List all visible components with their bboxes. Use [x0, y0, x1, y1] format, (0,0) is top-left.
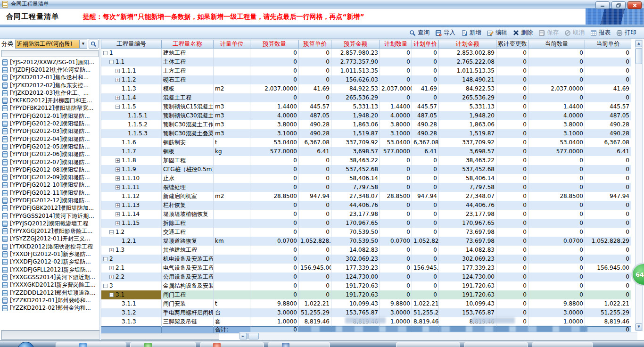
table-row[interactable]: 1.2.1堤顶道路恢复km0.07001,052,828.2970,539.50…	[101, 237, 631, 246]
taskbar-button[interactable]	[268, 342, 330, 347]
collapse-icon[interactable]: −	[103, 257, 107, 261]
table-row[interactable]: +1.1.11裂缝处理007,797.58007,797.58000	[101, 183, 631, 192]
list-item[interactable]: [YJZKD2012-02]焦作东安控...	[1, 82, 99, 89]
list-item[interactable]: [YXXXGKD2012]新乡曹岗险工...	[1, 281, 99, 289]
table-row[interactable]: +1.1.14堤顶堤坡植物恢复0023,177.980023,177.98000	[101, 210, 631, 219]
expand-icon[interactable]: +	[116, 158, 120, 163]
table-row[interactable]: +1.1.1土方工程001,011,513.35001,011,513.3500…	[101, 66, 631, 75]
table-row[interactable]: 3.1.2手电两用螺杆启闭机台3.000051,255.29153,765.87…	[101, 308, 631, 317]
scroll-down-arrow[interactable]: ▼	[636, 323, 642, 330]
table-row[interactable]: 1.1.5.3预制C30混凝土叠梁闸门m33.1000490.281,519.8…	[101, 129, 631, 138]
expand-icon[interactable]: +	[116, 78, 120, 82]
collapse-icon[interactable]: −	[109, 230, 114, 234]
table-row[interactable]: 1.1.12新建启闭机室m228.8500947.9427,348.0728.8…	[101, 192, 631, 201]
column-header[interactable]: 预算单价	[299, 40, 331, 49]
list-item[interactable]: [YJZKD2012-01]焦作逯村和...	[1, 74, 99, 82]
column-header[interactable]: 计量单位	[214, 40, 250, 49]
scroll-up-arrow[interactable]: ▲	[636, 40, 642, 47]
close-button[interactable]	[627, 1, 642, 9]
list-item[interactable]: [YPYDFJG2012-01]濮阳堤防...	[1, 112, 99, 120]
table-row[interactable]: 1.1.5.2预制C30混凝土工作闸门m33.8000490.281,863.0…	[101, 120, 631, 129]
sidebar-filter-input[interactable]	[1, 50, 99, 57]
expand-icon[interactable]: +	[116, 212, 120, 216]
table-row[interactable]: −1.2交通工程0070,539.500073,697.98000	[101, 228, 631, 237]
list-item[interactable]: [YPYXGGJ2012]濮阳影唐险工...	[1, 228, 99, 235]
list-item[interactable]: [YZZKD2012-02]郑州金沟和...	[1, 305, 99, 312]
taskbar-button[interactable]	[464, 342, 528, 347]
expand-icon[interactable]: +	[109, 248, 114, 252]
restore-button[interactable]	[611, 1, 626, 9]
list-item[interactable]: [YJS-2012/XXWZ/SG-01]原阳...	[1, 58, 99, 66]
column-header[interactable]: 工程量名称	[162, 40, 214, 49]
collapse-icon[interactable]: −	[103, 284, 107, 288]
table-row[interactable]: 1.1.5.1预制砌筑C30混凝土板m34.0000487.051,948.20…	[101, 111, 631, 120]
list-item[interactable]: [YPYDFJGBK2012]濮阳堤防加...	[1, 205, 99, 212]
expand-icon[interactable]: +	[116, 176, 120, 181]
print-button[interactable]: 打印	[613, 28, 639, 38]
collapse-icon[interactable]: −	[103, 51, 107, 55]
list-item[interactable]: [YPYDFJG2012-03]濮阳堤防...	[1, 128, 99, 135]
expand-icon[interactable]: +	[116, 221, 120, 225]
list-item[interactable]: [YPYDFJG2012-12]濮阳堤防...	[1, 197, 99, 204]
taskbar-button[interactable]	[200, 342, 264, 347]
table-row[interactable]: −1建筑工程002,857,980.23002,853,002.89000	[101, 49, 631, 58]
list-item[interactable]: [YPYDFJG2012-07]濮阳堤防...	[1, 158, 99, 166]
table-row[interactable]: 3.1.1闸门安装t9.88001,022.2110,099.439.88001…	[101, 299, 631, 308]
list-item[interactable]: [YPYDFJG2012-09]濮阳堤防...	[1, 174, 99, 181]
table-row[interactable]: +1.1.10止水0058,406.140058,406.14000	[101, 174, 631, 183]
list-item[interactable]: [YPYDFJG2012-04]濮阳堤防...	[1, 135, 99, 143]
expand-icon[interactable]: +	[109, 266, 114, 270]
add-button[interactable]: 新增	[458, 28, 484, 38]
collapse-icon[interactable]: −	[109, 60, 114, 64]
minimize-button[interactable]	[595, 1, 610, 9]
expand-icon[interactable]: +	[116, 167, 120, 172]
vertical-scroll-thumb[interactable]	[636, 48, 642, 64]
chevron-down-icon[interactable]: ▼	[79, 40, 87, 48]
collapse-icon[interactable]: −	[109, 293, 114, 297]
table-row[interactable]: +1.1.15拆除工程00170,967.6500170,967.65000	[101, 219, 631, 228]
list-item[interactable]: [YPYJSQ2012]濮阳截渗墙工程	[1, 220, 99, 227]
start-button[interactable]	[18, 342, 34, 347]
list-item[interactable]: [YSYZZGJ2012-01]开封三义...	[1, 235, 99, 243]
table-row[interactable]: −3.1闸门工程00191,720.6300191,720.63000	[101, 290, 631, 299]
category-dropdown[interactable]: 近期防洪工程(河南段) ▼	[15, 40, 87, 49]
table-row[interactable]: +1.1.13栏杆恢复0044,406.760044,406.76000	[101, 201, 631, 210]
expand-icon[interactable]: +	[116, 96, 120, 100]
expand-icon[interactable]: +	[109, 275, 114, 279]
list-item[interactable]: [YPYGGSS2014]黄河下游近期...	[1, 212, 99, 220]
column-header[interactable]: 预算数量	[250, 40, 299, 49]
list-item[interactable]: [YJZKD2012-03]焦作化工、...	[1, 89, 99, 97]
list-item[interactable]: [YPYDFJG2012-02]濮阳堤防...	[1, 120, 99, 127]
table-row[interactable]: −1.1.5预制砌筑C15混凝土板m31.4400445.575,331.131…	[101, 102, 631, 111]
column-header[interactable]: 预算金额	[331, 40, 380, 49]
horizontal-scrollbar[interactable]: ◄ ►	[239, 332, 637, 340]
table-row[interactable]: +1.1.8加固工程0038,463.220038,463.22000	[101, 156, 631, 165]
list-item[interactable]: [YPYDFBK2012]濮阳堤防帮宽...	[1, 105, 99, 112]
list-item[interactable]: [YZZKD2012-01]郑州裴峪和...	[1, 297, 99, 304]
list-item[interactable]: [YZZDDDL2012]郑州堤顶道路...	[1, 289, 99, 297]
cancel-button[interactable]: 取消	[561, 28, 587, 38]
table-row[interactable]: +1.1.4混凝土工程00265,536.2900265,536.29000	[101, 93, 631, 102]
vertical-scrollbar[interactable]: ▲ ▼	[635, 40, 643, 331]
save-button[interactable]: 保存	[536, 28, 561, 38]
table-row[interactable]: −2机电设备及安装工程00302,069.2300302,069.23000	[101, 255, 631, 264]
expand-icon[interactable]: +	[116, 185, 120, 190]
column-header[interactable]: 当前单价	[585, 40, 631, 49]
list-item[interactable]: [YTXKD2012]洛阳铁谢控导工程	[1, 243, 99, 250]
list-item[interactable]: [YJZDFJG2012]焦作沁河堤防...	[1, 66, 99, 74]
taskbar-button[interactable]	[396, 342, 460, 347]
delete-button[interactable]: 删除	[510, 28, 536, 38]
table-row[interactable]: 1.1.7钢板kg577.00006.413,698.57577.00006.4…	[101, 147, 631, 156]
taskbar-button[interactable]	[532, 342, 593, 347]
table-row[interactable]: +2.1电气设备及安装工程0156,945.00177,339.230156,9…	[101, 264, 631, 273]
import-button[interactable]: 导入	[432, 28, 458, 38]
list-item[interactable]: [YPYDFJG2012-11]濮阳堤防...	[1, 189, 99, 197]
scroll-right-arrow[interactable]: ►	[239, 333, 247, 339]
column-header[interactable]: 计划金额	[439, 40, 496, 49]
column-header[interactable]: 计划数量	[380, 40, 412, 49]
column-header[interactable]: 计划单价	[412, 40, 439, 49]
horizontal-scroll-thumb[interactable]	[248, 333, 259, 339]
list-item[interactable]: [YXXDFJGFLL2012]新乡堤防...	[1, 266, 99, 273]
list-item[interactable]: [YXXGGSS2014]黄河下游近期...	[1, 273, 99, 281]
list-item[interactable]: [YKFKD2012]开封柳园口和王...	[1, 97, 99, 104]
